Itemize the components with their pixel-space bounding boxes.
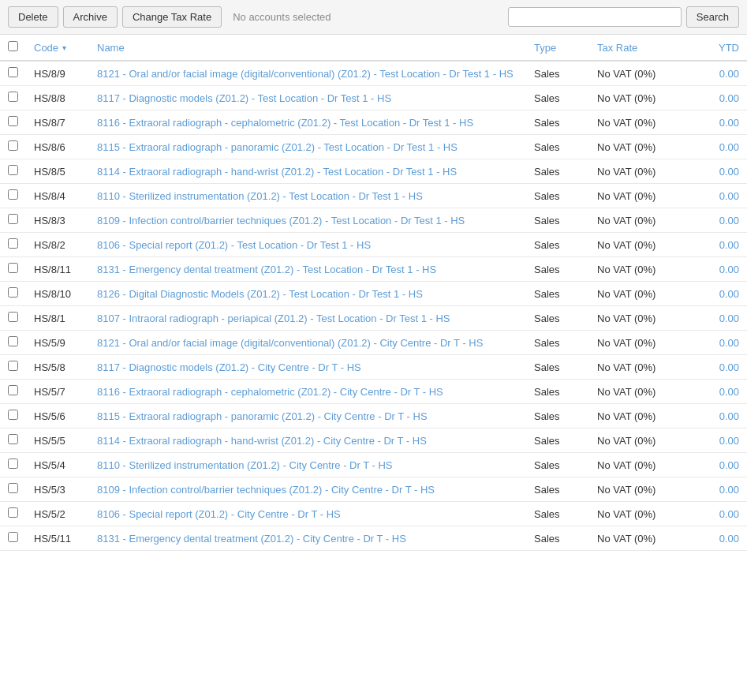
row-name-link[interactable]: 8106 - Special report (Z01.2) - City Cen… xyxy=(97,508,341,520)
row-name-link[interactable]: 8106 - Special report (Z01.2) - Test Loc… xyxy=(97,239,371,251)
row-checkbox[interactable] xyxy=(8,459,18,469)
row-tax-rate: No VAT (0%) xyxy=(589,61,700,86)
row-code: HS/5/6 xyxy=(26,404,89,429)
row-name-link[interactable]: 8117 - Diagnostic models (Z01.2) - Test … xyxy=(97,92,391,104)
change-tax-rate-button[interactable]: Change Tax Rate xyxy=(122,6,222,28)
col-header-ytd: YTD xyxy=(700,35,747,61)
search-button[interactable]: Search xyxy=(686,6,739,28)
row-checkbox[interactable] xyxy=(8,92,18,102)
row-tax-rate: No VAT (0%) xyxy=(589,208,700,233)
row-type: Sales xyxy=(526,477,589,502)
row-checkbox[interactable] xyxy=(8,116,18,126)
row-tax-rate: No VAT (0%) xyxy=(589,453,700,477)
col-header-name: Name xyxy=(89,35,526,61)
row-name-link[interactable]: 8131 - Emergency dental treatment (Z01.2… xyxy=(97,264,436,275)
row-tax-rate: No VAT (0%) xyxy=(589,306,700,331)
row-name-link[interactable]: 8107 - Intraoral radiograph - periapical… xyxy=(97,313,450,324)
row-name-link[interactable]: 8114 - Extraoral radiograph - hand-wrist… xyxy=(97,166,457,178)
table-row: HS/8/98121 - Oral and/or facial image (d… xyxy=(0,61,747,86)
row-ytd: 0.00 xyxy=(700,380,747,404)
row-code: HS/5/9 xyxy=(26,331,89,355)
row-checkbox[interactable] xyxy=(8,140,18,151)
row-checkbox[interactable] xyxy=(8,165,18,175)
table-row: HS/5/28106 - Special report (Z01.2) - Ci… xyxy=(0,502,747,526)
row-checkbox[interactable] xyxy=(8,238,18,249)
row-checkbox[interactable] xyxy=(8,312,18,322)
row-checkbox[interactable] xyxy=(8,410,18,420)
row-code: HS/8/6 xyxy=(26,135,89,159)
row-checkbox[interactable] xyxy=(8,434,18,444)
row-name: 8110 - Sterilized instrumentation (Z01.2… xyxy=(89,453,526,477)
row-name-link[interactable]: 8110 - Sterilized instrumentation (Z01.2… xyxy=(97,190,423,202)
select-all-checkbox[interactable] xyxy=(8,41,18,51)
row-type: Sales xyxy=(526,526,589,551)
row-code: HS/5/3 xyxy=(26,477,89,502)
archive-button[interactable]: Archive xyxy=(63,6,118,28)
row-checkbox[interactable] xyxy=(8,287,18,298)
row-name: 8109 - Infection control/barrier techniq… xyxy=(89,208,526,233)
row-ytd: 0.00 xyxy=(700,159,747,184)
row-name-link[interactable]: 8109 - Infection control/barrier techniq… xyxy=(97,484,435,496)
table-body: HS/8/98121 - Oral and/or facial image (d… xyxy=(0,61,747,551)
table-row: HS/5/98121 - Oral and/or facial image (d… xyxy=(0,331,747,355)
row-name: 8121 - Oral and/or facial image (digital… xyxy=(89,61,526,86)
row-type: Sales xyxy=(526,233,589,257)
row-name: 8121 - Oral and/or facial image (digital… xyxy=(89,331,526,355)
row-checkbox[interactable] xyxy=(8,189,18,200)
row-name-link[interactable]: 8131 - Emergency dental treatment (Z01.2… xyxy=(97,533,406,545)
row-name-link[interactable]: 8121 - Oral and/or facial image (digital… xyxy=(97,337,483,349)
row-name-link[interactable]: 8110 - Sterilized instrumentation (Z01.2… xyxy=(97,459,392,471)
row-checkbox[interactable] xyxy=(8,214,18,224)
row-tax-rate: No VAT (0%) xyxy=(589,331,700,355)
table-row: HS/5/118131 - Emergency dental treatment… xyxy=(0,526,747,551)
row-type: Sales xyxy=(526,135,589,159)
row-name: 8114 - Extraoral radiograph - hand-wrist… xyxy=(89,429,526,453)
row-type: Sales xyxy=(526,282,589,306)
row-name-link[interactable]: 8116 - Extraoral radiograph - cephalomet… xyxy=(97,117,473,129)
row-ytd: 0.00 xyxy=(700,477,747,502)
table-row: HS/8/118131 - Emergency dental treatment… xyxy=(0,257,747,282)
row-name: 8106 - Special report (Z01.2) - Test Loc… xyxy=(89,233,526,257)
row-code: HS/8/7 xyxy=(26,110,89,135)
table-row: HS/8/28106 - Special report (Z01.2) - Te… xyxy=(0,233,747,257)
row-name-link[interactable]: 8117 - Diagnostic models (Z01.2) - City … xyxy=(97,361,361,373)
row-name: 8114 - Extraoral radiograph - hand-wrist… xyxy=(89,159,526,184)
row-type: Sales xyxy=(526,159,589,184)
row-code: HS/5/5 xyxy=(26,429,89,453)
col-header-tax-rate: Tax Rate xyxy=(589,35,700,61)
row-ytd: 0.00 xyxy=(700,233,747,257)
delete-button[interactable]: Delete xyxy=(8,6,58,28)
row-checkbox[interactable] xyxy=(8,336,18,346)
row-code: HS/8/10 xyxy=(26,282,89,306)
sort-arrow-icon: ▾ xyxy=(62,43,66,52)
col-header-code[interactable]: Code ▾ xyxy=(26,35,89,61)
row-name-link[interactable]: 8116 - Extraoral radiograph - cephalomet… xyxy=(97,386,443,398)
row-checkbox[interactable] xyxy=(8,507,18,518)
row-checkbox[interactable] xyxy=(8,361,18,371)
row-name-link[interactable]: 8109 - Infection control/barrier techniq… xyxy=(97,215,465,226)
row-tax-rate: No VAT (0%) xyxy=(589,110,700,135)
row-checkbox[interactable] xyxy=(8,532,18,542)
search-input[interactable] xyxy=(508,7,682,27)
row-name-link[interactable]: 8121 - Oral and/or facial image (digital… xyxy=(97,68,514,80)
row-code: HS/5/7 xyxy=(26,380,89,404)
row-name-link[interactable]: 8115 - Extraoral radiograph - panoramic … xyxy=(97,141,458,153)
row-tax-rate: No VAT (0%) xyxy=(589,502,700,526)
table-row: HS/8/68115 - Extraoral radiograph - pano… xyxy=(0,135,747,159)
row-name-link[interactable]: 8126 - Digital Diagnostic Models (Z01.2)… xyxy=(97,288,423,300)
table-row: HS/8/18107 - Intraoral radiograph - peri… xyxy=(0,306,747,331)
row-checkbox[interactable] xyxy=(8,483,18,493)
row-checkbox[interactable] xyxy=(8,67,18,77)
row-tax-rate: No VAT (0%) xyxy=(589,404,700,429)
no-selection-text: No accounts selected xyxy=(233,11,503,23)
row-ytd: 0.00 xyxy=(700,282,747,306)
row-checkbox[interactable] xyxy=(8,385,18,395)
row-checkbox[interactable] xyxy=(8,263,18,273)
row-name-link[interactable]: 8114 - Extraoral radiograph - hand-wrist… xyxy=(97,435,427,447)
row-type: Sales xyxy=(526,404,589,429)
row-code: HS/5/8 xyxy=(26,355,89,380)
row-ytd: 0.00 xyxy=(700,61,747,86)
row-type: Sales xyxy=(526,380,589,404)
row-code: HS/5/11 xyxy=(26,526,89,551)
row-name-link[interactable]: 8115 - Extraoral radiograph - panoramic … xyxy=(97,410,428,422)
